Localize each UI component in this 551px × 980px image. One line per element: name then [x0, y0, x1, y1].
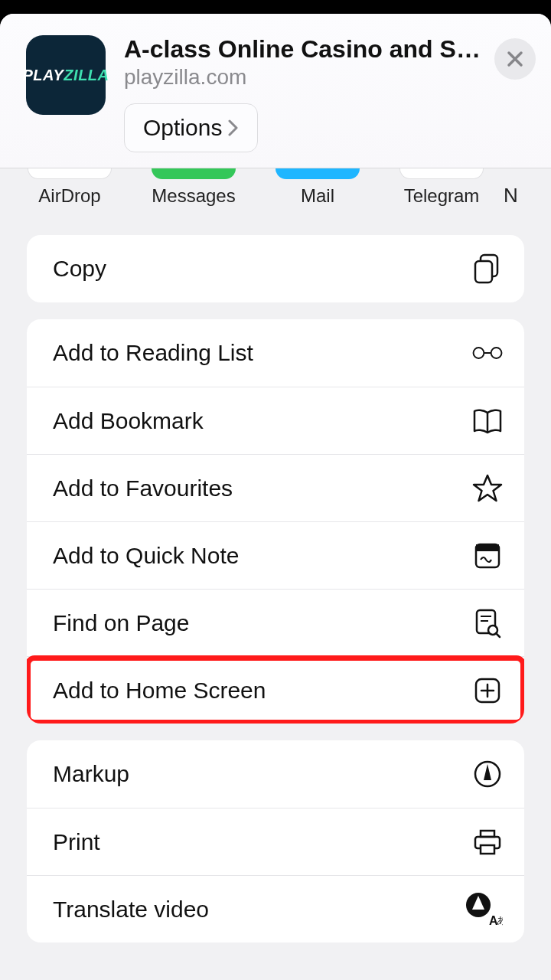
share-target-telegram[interactable]: Telegram [380, 168, 504, 207]
quick-note-row[interactable]: Add to Quick Note [27, 521, 524, 589]
quick-note-icon [472, 541, 503, 571]
glasses-icon [472, 338, 503, 368]
printer-icon [472, 827, 503, 858]
svg-rect-7 [476, 544, 499, 551]
svg-line-12 [496, 633, 500, 637]
share-sheet: PLAYZILLA A-class Online Casino and Spor… [0, 14, 551, 980]
row-label: Copy [53, 256, 106, 282]
site-favicon: PLAYZILLA [26, 35, 106, 115]
airdrop-icon [28, 168, 112, 179]
plus-square-icon [472, 675, 503, 706]
translate-video-row[interactable]: Translate video A あ [27, 875, 524, 942]
print-row[interactable]: Print [27, 808, 524, 875]
page-url: playzilla.com [124, 65, 487, 90]
site-logo-text: PLAYZILLA [23, 67, 109, 84]
row-label: Markup [53, 761, 129, 787]
close-icon [507, 51, 523, 67]
row-label: Translate video [53, 897, 209, 923]
share-target-label: Messages [132, 185, 256, 207]
share-target-label: Mail [256, 185, 380, 207]
copy-icon [472, 253, 503, 284]
share-target-mail[interactable]: Mail [256, 168, 380, 207]
reading-list-row[interactable]: Add to Reading List [27, 319, 524, 387]
find-icon [472, 608, 503, 639]
close-button[interactable] [494, 38, 536, 80]
section-extra: Markup Print Translate video [27, 740, 524, 942]
translate-icon: A あ [463, 891, 503, 928]
row-label: Find on Page [53, 610, 189, 636]
svg-rect-19 [481, 845, 494, 854]
row-label: Add to Reading List [53, 340, 253, 366]
row-label: Add to Home Screen [53, 678, 266, 704]
row-label: Add to Quick Note [53, 543, 239, 569]
star-icon [472, 473, 503, 504]
svg-rect-1 [475, 261, 492, 283]
svg-point-3 [491, 348, 502, 358]
markup-row[interactable]: Markup [27, 740, 524, 808]
telegram-icon [399, 168, 484, 179]
section-copy: Copy [27, 235, 524, 302]
share-target-airdrop[interactable]: AirDrop [8, 168, 132, 207]
svg-text:あ: あ [497, 915, 503, 926]
favourites-row[interactable]: Add to Favourites [27, 454, 524, 521]
options-button[interactable]: Options [124, 103, 258, 152]
header-text: A-class Online Casino and Spor... playzi… [106, 35, 487, 152]
mail-icon [276, 168, 360, 179]
svg-point-2 [474, 348, 484, 358]
options-label: Options [143, 115, 222, 141]
copy-row[interactable]: Copy [27, 235, 524, 302]
share-header: PLAYZILLA A-class Online Casino and Spor… [0, 14, 551, 168]
row-label: Add to Favourites [53, 475, 233, 501]
share-targets-row[interactable]: AirDrop Messages Mail Telegram N [0, 168, 551, 218]
row-label: Add Bookmark [53, 408, 204, 434]
add-to-home-screen-row[interactable]: Add to Home Screen [27, 656, 524, 724]
section-actions: Add to Reading List Add Bookmark Add to … [27, 319, 524, 724]
share-target-overflow[interactable]: N [504, 168, 518, 207]
chevron-right-icon [228, 119, 239, 136]
messages-icon [152, 168, 236, 179]
bookmark-row[interactable]: Add Bookmark [27, 387, 524, 454]
share-target-messages[interactable]: Messages [132, 168, 256, 207]
markup-icon [472, 759, 503, 789]
book-icon [472, 406, 503, 436]
row-label: Print [53, 829, 100, 855]
share-target-label: Telegram [380, 185, 504, 207]
share-target-label: AirDrop [8, 185, 132, 207]
page-title: A-class Online Casino and Spor... [124, 35, 487, 64]
find-on-page-row[interactable]: Find on Page [27, 589, 524, 656]
